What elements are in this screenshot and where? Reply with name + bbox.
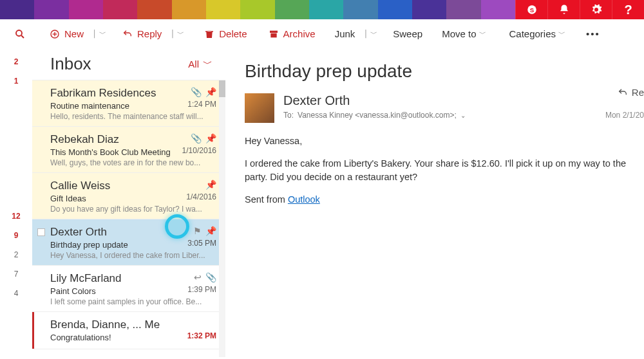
to-value: Vanessa Kinney <vanessa.kin@outlook.com>… [298,111,457,120]
rail-count[interactable]: 4 [0,284,32,303]
message-preview: Well, guys, the votes are in for the new… [50,158,216,167]
delete-button[interactable]: Delete [198,24,252,44]
help-icon[interactable]: ? [612,0,644,19]
more-button[interactable]: ••• [581,24,605,43]
message-item[interactable]: 📎📌Fabrikam ResidencesRoutine maintenance… [32,80,225,127]
rail-count[interactable] [0,110,32,129]
archive-label: Archive [283,28,316,39]
message-checkbox[interactable] [37,228,45,236]
body-sentfrom: Sent from [245,194,288,205]
message-date: 3:05 PM [187,239,216,248]
trash-icon [204,28,215,40]
message-icons: 📌 [205,180,216,190]
message-sender: Brenda, Dianne, ... Me [50,318,216,331]
message-preview: Hey Vanessa, I ordered the cake from Lib… [50,251,216,260]
filter-dropdown[interactable]: All ﹀ [188,58,213,70]
avatar [245,93,274,123]
rail-count[interactable]: 2 [0,52,32,71]
message-item[interactable]: ↩📎Lily McFarlandPaint ColorsI left some … [32,266,225,312]
rail-count[interactable] [0,187,32,207]
reading-pane: Birthday prep update Dexter Orth To: Van… [225,48,644,359]
reading-timestamp: Mon 2/1/20 [605,111,644,120]
pin-gray-icon[interactable]: 📌 [205,226,216,236]
message-list-column: Inbox All ﹀ 📎📌Fabrikam ResidencesRoutine… [32,48,225,359]
junk-chevron[interactable]: │ ﹀ [360,29,381,39]
message-sender: Lily McFarland [50,272,216,285]
delete-label: Delete [219,28,247,39]
sweep-button[interactable]: Sweep [388,24,428,43]
reply-icon [122,28,133,40]
bell-icon[interactable] [547,0,580,19]
folder-rail: 21129274 [0,48,32,359]
message-preview: I left some paint samples in your office… [50,297,216,306]
reading-subject: Birthday prep update [245,61,644,82]
message-list[interactable]: 📎📌Fabrikam ResidencesRoutine maintenance… [32,80,225,357]
list-scrollbar[interactable] [219,80,225,357]
message-body: Hey Vanessa, I ordered the cake from Lib… [245,134,644,207]
sweep-label: Sweep [393,28,422,39]
message-item[interactable]: 📌Callie WeissGift IdeasDo you have any g… [32,173,225,219]
categories-label: Categories [509,28,556,39]
rail-count[interactable] [0,149,32,168]
expand-recipients-icon[interactable]: ⌄ [460,112,466,119]
new-button[interactable]: New [44,24,89,44]
rail-count[interactable] [0,129,32,149]
pin-icon: 📌 [205,180,216,190]
replied-icon: ↩ [194,272,202,282]
new-chevron[interactable]: │ ﹀ [89,29,110,39]
toolbar: New │ ﹀ Reply │ ﹀ Delete Archive Junk │ … [0,19,644,48]
rail-count[interactable]: 1 [0,71,32,91]
reply-button[interactable]: Reply [117,24,167,44]
svg-rect-7 [270,30,278,32]
body-para1: I ordered the cake from Liberty's Bakery… [245,157,644,184]
rail-count[interactable] [0,91,32,110]
reading-reply-label: Re [632,87,644,98]
rail-count[interactable]: 2 [0,245,32,264]
flag-icon[interactable]: ⚑ [193,226,202,236]
to-label: To: [283,111,294,120]
reply-chevron[interactable]: │ ﹀ [167,29,188,39]
skype-icon[interactable]: S [515,0,547,19]
message-date: 1/4/2016 [186,192,216,201]
message-date: 1:39 PM [187,285,216,294]
gear-icon[interactable] [580,0,612,19]
categories-button[interactable]: Categories ﹀ [504,24,575,43]
search-button[interactable] [9,24,31,44]
svg-line-3 [21,35,24,38]
plus-circle-icon [49,28,61,40]
message-preview: Hello, residents. The maintenance staff … [50,112,216,121]
pin-icon: 📌 [205,133,216,143]
rail-count[interactable]: 12 [0,207,32,226]
rail-count[interactable]: 7 [0,264,32,284]
junk-button[interactable]: Junk [330,24,361,43]
message-item[interactable]: Brenda, Dianne, ... MeCongratulations!1:… [32,312,225,349]
header-rainbow [0,0,515,19]
moveto-button[interactable]: Move to ﹀ [437,24,495,43]
body-sentlink[interactable]: Outlook [288,194,320,205]
from-name: Dexter Orth [283,93,466,108]
message-item[interactable]: ⚑📌Dexter OrthBirthday prep updateHey Van… [32,219,225,266]
body-greeting: Hey Vanessa, [245,134,644,148]
message-icons: ↩📎 [194,272,216,282]
archive-icon [268,28,279,40]
reply-icon [618,87,628,98]
reading-reply-button[interactable]: Re [605,87,644,98]
archive-button[interactable]: Archive [263,24,321,44]
rail-count[interactable]: 9 [0,226,32,245]
pin-icon: 📌 [205,87,216,97]
message-item[interactable]: 📎📌Rebekah DiazThis Month's Book Club Mee… [32,127,225,173]
attachment-icon: 📎 [191,133,202,143]
message-sender: Callie Weiss [50,180,216,192]
scrollbar-thumb[interactable] [219,80,225,97]
message-icons: 📎📌 [191,87,216,97]
rail-count[interactable] [0,168,32,187]
attachment-icon: 📎 [205,272,216,282]
message-icons: 📎📌 [191,133,216,143]
header-action-icons: S ? [515,0,644,19]
message-date: 1:24 PM [187,100,216,109]
reply-label: Reply [137,28,162,39]
new-label: New [64,28,84,39]
svg-point-2 [16,30,22,36]
junk-label: Junk [335,28,355,39]
folder-title: Inbox [50,54,91,74]
